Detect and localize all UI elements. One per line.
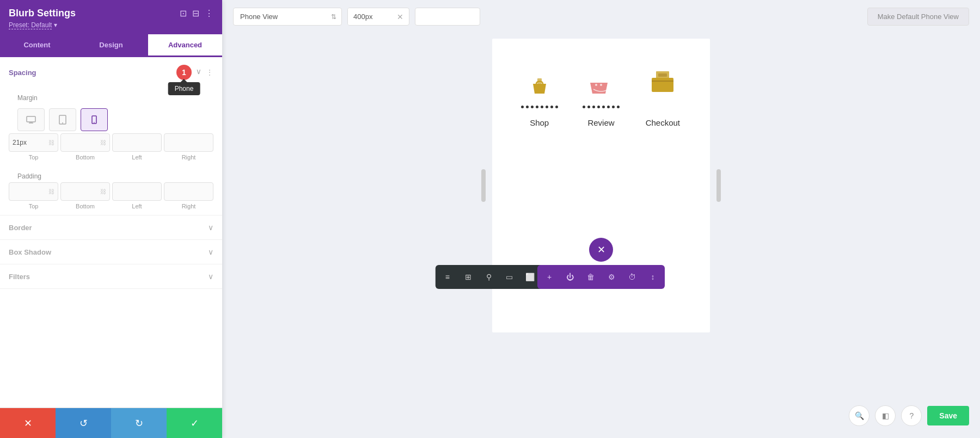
mod-btn-timer[interactable]: ⏱ (622, 267, 642, 287)
layers-button[interactable]: ◧ (875, 405, 896, 426)
margin-left-group: Left (112, 133, 162, 161)
padding-bottom-label: Bottom (76, 203, 95, 209)
svg-rect-7 (537, 78, 542, 84)
padding-right-input[interactable] (164, 182, 213, 201)
blurb-item-shop: Shop (509, 73, 570, 127)
clear-width-button[interactable]: ✕ (391, 13, 409, 21)
make-default-button[interactable]: Make Default Phone View (867, 8, 969, 26)
confirm-button[interactable]: ✓ (167, 408, 222, 438)
top-bar: Phone View Desktop View Tablet View ⇅ ✕ … (222, 0, 980, 33)
spacing-badge[interactable]: 1 (176, 65, 192, 80)
spacing-section-header[interactable]: Spacing 1 Phone ∧ ⋮ (0, 57, 222, 88)
svg-point-4 (62, 122, 63, 124)
mod-btn-resize[interactable]: ↕ (643, 267, 663, 287)
margin-top-label: Top (29, 154, 39, 161)
padding-top-input[interactable]: ⛓ (9, 182, 58, 201)
panel-header-icons: ⊡ ⊟ ⋮ (180, 8, 213, 18)
undo-icon: ↺ (79, 417, 88, 429)
spacing-title: Spacing (9, 69, 36, 77)
elem-btn-search[interactable]: ⚲ (479, 267, 499, 287)
margin-left-input[interactable] (112, 133, 162, 152)
tab-content[interactable]: Content (0, 34, 74, 57)
filters-chevron[interactable]: ∨ (208, 272, 213, 281)
confirm-icon: ✓ (191, 417, 199, 429)
search-portal-icon: 🔍 (855, 411, 864, 420)
review-dots (581, 106, 621, 114)
tab-advanced[interactable]: Advanced (148, 34, 222, 57)
undo-button[interactable]: ↺ (56, 408, 111, 438)
mod-btn-add[interactable]: + (540, 267, 559, 287)
blurb-item-review: Review (570, 73, 632, 127)
elem-btn-desktop[interactable]: ▭ (500, 267, 519, 287)
search-portal-button[interactable]: 🔍 (849, 405, 869, 426)
padding-left-input[interactable] (112, 182, 162, 201)
spacing-more-icon[interactable]: ⋮ (206, 68, 213, 77)
filters-title: Filters (9, 273, 30, 281)
extra-width-input[interactable] (415, 8, 480, 26)
padding-left-label: Left (132, 203, 142, 209)
desktop-btn[interactable] (17, 108, 45, 131)
margin-top-bottom-row: 21px ⛓ Top ⛓ Bottom (9, 133, 213, 161)
margin-bottom-input[interactable]: ⛓ (60, 133, 110, 152)
svg-rect-12 (658, 73, 667, 77)
elem-btn-menu[interactable]: ≡ (438, 267, 457, 287)
padding-right-group: Right (164, 182, 213, 209)
phone-btn[interactable] (81, 108, 108, 131)
help-button[interactable]: ? (901, 405, 922, 426)
bottom-right-controls: 🔍 ◧ ? Save (849, 405, 969, 426)
svg-point-8 (595, 84, 597, 86)
canvas-area: Shop Review (222, 33, 980, 438)
mod-btn-delete[interactable]: 🗑 (581, 267, 601, 287)
review-icon (585, 73, 617, 106)
mod-btn-power[interactable]: ⏻ (560, 267, 580, 287)
mod-btn-settings[interactable]: ⚙ (602, 267, 621, 287)
svg-point-9 (600, 84, 602, 86)
review-label: Review (587, 118, 614, 127)
panel-title: Blurb Settings (9, 8, 76, 19)
restore-icon[interactable]: ⊡ (180, 8, 187, 18)
view-select[interactable]: Phone View Desktop View Tablet View (233, 8, 342, 26)
box-shadow-title: Box Shadow (9, 248, 51, 256)
margin-top-input[interactable]: 21px ⛓ (9, 133, 58, 152)
save-button[interactable]: Save (927, 406, 969, 425)
module-toolbar: + ⏻ 🗑 ⚙ ⏱ ↕ (537, 265, 665, 289)
box-shadow-section-header[interactable]: Box Shadow ∨ (0, 240, 222, 264)
margin-fields: Margin 21px (0, 88, 222, 166)
width-input[interactable] (348, 8, 391, 25)
elem-btn-grid[interactable]: ⊞ (458, 267, 478, 287)
padding-fields: Padding ⛓ Top ⛓ Bottom (0, 166, 222, 215)
spacing-controls: 1 Phone ∧ ⋮ (176, 65, 213, 80)
margin-right-label: Right (182, 154, 196, 161)
spacing-chevron[interactable]: ∧ (196, 68, 201, 77)
padding-top-group: ⛓ Top (9, 182, 58, 209)
tablet-btn[interactable] (49, 108, 76, 131)
box-shadow-chevron[interactable]: ∨ (208, 248, 213, 256)
panel-bottom: ✕ ↺ ↻ ✓ (0, 408, 222, 438)
blurb-row: Shop Review (492, 39, 710, 138)
redo-button[interactable]: ↻ (111, 408, 167, 438)
border-section-header[interactable]: Border ∨ (0, 215, 222, 239)
panel-preset[interactable]: Preset: Default ▾ (9, 21, 213, 29)
tab-design[interactable]: Design (74, 34, 148, 57)
redo-icon: ↻ (135, 417, 143, 429)
margin-top-group: 21px ⛓ Top (9, 133, 58, 161)
svg-point-6 (94, 122, 95, 123)
split-icon[interactable]: ⊟ (192, 8, 199, 18)
margin-right-input[interactable] (164, 133, 213, 152)
padding-bottom-input[interactable]: ⛓ (60, 182, 110, 201)
resize-handle-right[interactable] (716, 169, 721, 202)
panel-header: Blurb Settings ⊡ ⊟ ⋮ Preset: Default ▾ (0, 0, 222, 34)
canvas-wrapper: Shop Review (492, 39, 710, 332)
padding-top-label: Top (29, 203, 39, 209)
shop-icon (523, 73, 556, 106)
filters-section-header[interactable]: Filters ∨ (0, 264, 222, 288)
panel-content: Spacing 1 Phone ∧ ⋮ Margin (0, 57, 222, 408)
border-title: Border (9, 224, 32, 232)
more-options-icon[interactable]: ⋮ (205, 8, 213, 18)
margin-bottom-label: Bottom (76, 154, 95, 161)
margin-left-label: Left (132, 154, 142, 161)
resize-handle-left[interactable] (481, 169, 486, 202)
border-chevron[interactable]: ∨ (208, 223, 213, 232)
close-circle-button[interactable]: ✕ (589, 238, 613, 262)
cancel-button[interactable]: ✕ (0, 408, 56, 438)
